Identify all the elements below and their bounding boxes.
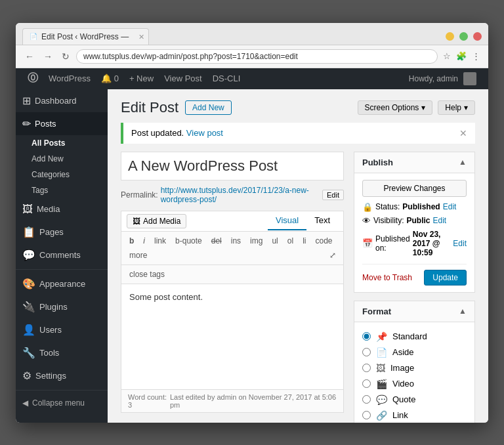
tab-close-button[interactable]: ✕ xyxy=(138,32,144,41)
wp-logo[interactable]: ⓪ xyxy=(22,68,43,89)
permalink-edit-button[interactable]: Edit xyxy=(322,190,344,200)
toolbar-ins[interactable]: ins xyxy=(227,234,245,247)
address-bar[interactable] xyxy=(76,49,438,64)
browser-tab-active[interactable]: 📄 Edit Post ‹ WordPress — ✕ xyxy=(22,28,149,45)
wp-main-content: Edit Post Add New Screen Options ▾ Help … xyxy=(108,89,488,423)
toolbar-bquote[interactable]: b-quote xyxy=(171,234,206,247)
notice-close-icon[interactable]: ✕ xyxy=(459,128,467,138)
browser-titlebar: 📄 Edit Post ‹ WordPress — ✕ xyxy=(16,23,488,45)
toolbar-ul[interactable]: ul xyxy=(268,234,282,247)
editor-tabs: Visual Text xyxy=(268,211,338,230)
sidebar-item-posts[interactable]: ✏ Posts xyxy=(16,112,108,135)
tab-text[interactable]: Text xyxy=(306,211,338,230)
tab-title: Edit Post ‹ WordPress — xyxy=(41,32,129,41)
sidebar-item-appearance[interactable]: 🎨 Appearance xyxy=(16,272,108,295)
user-avatar xyxy=(463,72,476,85)
extension-icon[interactable]: 🧩 xyxy=(455,50,468,62)
format-standard-icon: 📌 xyxy=(376,331,387,342)
format-radio-quote[interactable] xyxy=(362,395,371,404)
sidebar-item-comments[interactable]: 💬 Comments xyxy=(16,244,108,266)
browser-window-controls xyxy=(446,32,482,41)
published-on-edit-link[interactable]: Edit xyxy=(453,239,467,248)
visibility-edit-link[interactable]: Edit xyxy=(432,216,446,225)
sidebar-item-media[interactable]: 🖼 Media xyxy=(16,198,108,221)
sidebar-item-dashboard[interactable]: ⊞ Dashboard xyxy=(16,89,108,112)
toolbar-expand-button[interactable]: ⤢ xyxy=(326,249,339,262)
maximize-button[interactable] xyxy=(459,32,468,41)
topbar-wordpress[interactable]: WordPress xyxy=(43,68,96,89)
status-edit-link[interactable]: Edit xyxy=(443,202,457,211)
format-metabox-toggle[interactable]: ▲ xyxy=(459,307,467,316)
format-radio-video[interactable] xyxy=(362,379,371,388)
topbar-new[interactable]: + New xyxy=(124,68,159,89)
browser-window: 📄 Edit Post ‹ WordPress — ✕ ← → ↻ ☆ 🧩 ⋮ … xyxy=(16,23,488,423)
preview-changes-button[interactable]: Preview Changes xyxy=(362,180,467,197)
sidebar-item-users[interactable]: 👤 Users xyxy=(16,318,108,341)
topbar-notifications[interactable]: 🔔 0 xyxy=(96,68,124,89)
editor-box: 🖼 Add Media Visual Text b i xyxy=(121,211,344,413)
toolbar-close-tags[interactable]: close tags xyxy=(125,268,169,281)
toolbar-li[interactable]: li xyxy=(299,234,310,247)
toolbar-del[interactable]: del xyxy=(207,234,226,247)
toolbar-italic[interactable]: i xyxy=(139,234,149,247)
topbar-ds-cli[interactable]: DS-CLI xyxy=(207,68,246,89)
menu-icon[interactable]: ⋮ xyxy=(471,50,482,62)
sidebar-tags-label: Tags xyxy=(32,186,48,195)
sidebar-sub-add-new[interactable]: Add New xyxy=(16,151,108,167)
sidebar-item-tools[interactable]: 🔧 Tools xyxy=(16,341,108,364)
topbar-ds-cli-label: DS-CLI xyxy=(213,74,241,83)
post-title-input[interactable] xyxy=(121,152,344,180)
page-title-row: Edit Post Add New xyxy=(121,99,232,116)
visibility-label: Visibility: xyxy=(373,216,404,225)
sidebar-item-plugins[interactable]: 🔌 Plugins xyxy=(16,295,108,318)
sidebar-sub-tags[interactable]: Tags xyxy=(16,182,108,198)
update-button[interactable]: Update xyxy=(424,270,467,286)
format-standard-label: Standard xyxy=(392,331,427,341)
editor-toolbar-row2: close tags xyxy=(121,265,343,284)
publish-metabox-toggle[interactable]: ▲ xyxy=(459,158,467,167)
published-on-value: Nov 23, 2017 @ 10:59 xyxy=(413,230,451,257)
topbar-howdy[interactable]: Howdy, admin xyxy=(404,72,482,85)
users-icon: 👤 xyxy=(22,324,35,336)
sidebar-sub-all-posts[interactable]: All Posts xyxy=(16,135,108,151)
close-button[interactable] xyxy=(473,32,482,41)
sidebar-item-settings[interactable]: ⚙ Settings xyxy=(16,364,108,387)
toolbar-link[interactable]: link xyxy=(150,234,170,247)
format-radio-image[interactable] xyxy=(362,364,371,372)
reload-button[interactable]: ↻ xyxy=(59,50,72,63)
topbar-view-post[interactable]: View Post xyxy=(159,68,207,89)
star-icon[interactable]: ☆ xyxy=(442,50,452,62)
toolbar-more[interactable]: more xyxy=(125,249,151,262)
add-media-button[interactable]: 🖼 Add Media xyxy=(127,214,186,228)
add-new-button[interactable]: Add New xyxy=(185,100,232,115)
sidebar-tools-label: Tools xyxy=(39,348,59,358)
permalink-url[interactable]: http://www.tutsplus.dev/2017/11/23/a-new… xyxy=(161,186,320,204)
toolbar-img[interactable]: img xyxy=(246,234,266,247)
sidebar-item-pages[interactable]: 📋 Pages xyxy=(16,221,108,244)
toolbar-code[interactable]: code xyxy=(311,234,336,247)
publish-metabox-body: Preview Changes 🔒 Status: Published Edit… xyxy=(354,173,474,292)
toolbar-bold[interactable]: b xyxy=(125,234,138,247)
format-radio-aside[interactable] xyxy=(362,348,371,356)
back-button[interactable]: ← xyxy=(22,50,37,63)
publish-metabox-title: Publish xyxy=(362,158,393,167)
sidebar-collapse-menu[interactable]: ◀ Collapse menu xyxy=(16,393,108,413)
help-button[interactable]: Help ▾ xyxy=(438,100,475,115)
wp-logo-text: ⓪ xyxy=(28,72,38,85)
format-video-label: Video xyxy=(392,379,414,389)
format-metabox-header: Format ▲ xyxy=(354,301,474,322)
tab-visual[interactable]: Visual xyxy=(268,211,306,230)
view-post-link[interactable]: View post xyxy=(186,128,223,138)
format-standard: 📌 Standard xyxy=(362,329,467,345)
toolbar-ol[interactable]: ol xyxy=(284,234,297,247)
move-to-trash-link[interactable]: Move to Trash xyxy=(362,273,412,282)
screen-options-button[interactable]: Screen Options ▾ xyxy=(358,100,433,115)
appearance-icon: 🎨 xyxy=(22,278,35,290)
sidebar-users-label: Users xyxy=(39,325,62,335)
sidebar-sub-categories[interactable]: Categories xyxy=(16,167,108,182)
editor-content-area[interactable]: Some post content. xyxy=(121,284,343,389)
format-radio-link[interactable] xyxy=(362,411,371,419)
format-radio-standard[interactable] xyxy=(362,332,371,341)
minimize-button[interactable] xyxy=(446,32,454,41)
forward-button[interactable]: → xyxy=(41,50,55,63)
